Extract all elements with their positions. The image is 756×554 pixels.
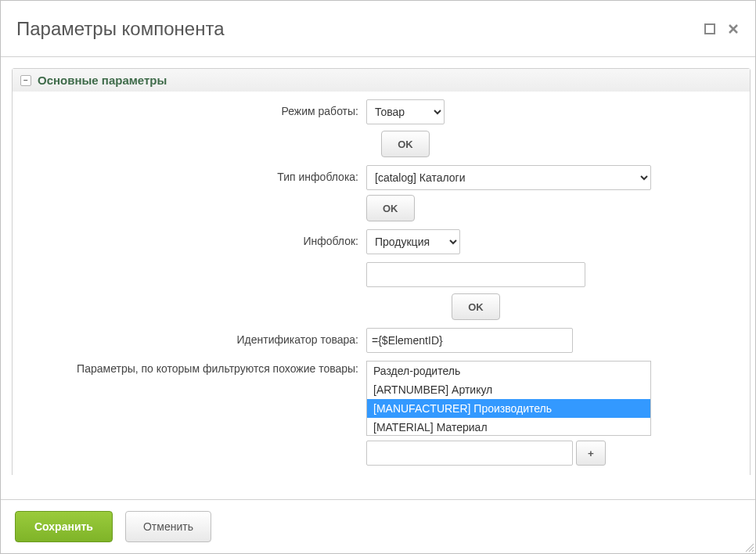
listbox-item[interactable]: [MATERIAL] Материал	[367, 418, 650, 436]
control-unlabeled: OK	[366, 262, 585, 320]
label-iblock-type: Тип инфоблока:	[22, 165, 366, 183]
collapse-icon[interactable]: −	[20, 75, 31, 86]
label-similar-filter: Параметры, по которым фильтруются похожи…	[22, 361, 366, 375]
section-basic-body: Режим работы: Товар OK Тип инфоблока:	[13, 92, 750, 475]
iblock-select[interactable]: Продукция	[366, 229, 460, 254]
listbox-item[interactable]: [ARTNUMBER] Артикул	[367, 380, 650, 399]
cancel-button[interactable]: Отменить	[125, 511, 211, 542]
dialog-footer: Сохранить Отменить	[1, 499, 755, 553]
titlebar-controls	[704, 23, 740, 35]
row-mode: Режим работы: Товар OK	[22, 99, 740, 157]
label-element-id: Идентификатор товара:	[22, 328, 366, 346]
svg-rect-0	[705, 24, 715, 34]
titlebar: Параметры компонента	[1, 1, 755, 57]
section-basic-title: Основные параметры	[38, 74, 167, 87]
control-similar-filter: Раздел-родитель[ARTNUMBER] Артикул[MANUF…	[366, 361, 651, 466]
row-element-id: Идентификатор товара:	[22, 328, 740, 353]
similar-filter-listbox[interactable]: Раздел-родитель[ARTNUMBER] Артикул[MANUF…	[366, 361, 651, 436]
control-iblock: Продукция	[366, 229, 460, 254]
unlabeled-input[interactable]	[366, 262, 585, 287]
listbox-item[interactable]: Раздел-родитель	[367, 362, 650, 380]
control-element-id	[366, 328, 573, 353]
unlabeled-ok-button[interactable]: OK	[452, 293, 500, 320]
label-mode: Режим работы:	[22, 99, 366, 117]
similar-filter-extra: +	[366, 441, 651, 466]
row-similar-filter: Параметры, по которым фильтруются похожи…	[22, 361, 740, 466]
control-iblock-type: [catalog] Каталоги OK	[366, 165, 651, 221]
mode-select[interactable]: Товар	[366, 99, 445, 124]
svg-line-5	[752, 550, 754, 552]
control-mode: Товар OK	[366, 99, 445, 157]
dialog-title: Параметры компонента	[16, 18, 704, 40]
row-iblock: Инфоблок: Продукция	[22, 229, 740, 254]
params-scroll[interactable]: − Основные параметры Режим работы: Товар…	[12, 68, 751, 475]
maximize-icon[interactable]	[704, 23, 716, 35]
save-button[interactable]: Сохранить	[15, 511, 113, 542]
element-id-input[interactable]	[366, 328, 573, 353]
iblock-type-select[interactable]: [catalog] Каталоги	[366, 165, 651, 190]
iblock-type-ok-button[interactable]: OK	[366, 195, 415, 221]
label-iblock: Инфоблок:	[22, 229, 366, 247]
section-basic: − Основные параметры Режим работы: Товар…	[12, 68, 751, 475]
resize-handle[interactable]	[743, 541, 754, 552]
section-basic-header[interactable]: − Основные параметры	[13, 69, 750, 92]
mode-ok-button[interactable]: OK	[381, 131, 430, 157]
dialog: Параметры компонента − Основные параметр…	[0, 0, 756, 554]
row-iblock-type: Тип инфоблока: [catalog] Каталоги OK	[22, 165, 740, 221]
row-unlabeled: OK	[22, 262, 740, 320]
close-icon[interactable]	[727, 23, 740, 35]
label-unlabeled	[22, 262, 366, 268]
content-area: − Основные параметры Режим работы: Товар…	[1, 57, 755, 499]
similar-filter-extra-input[interactable]	[366, 441, 573, 466]
listbox-item[interactable]: [MANUFACTURER] Производитель	[367, 399, 650, 418]
similar-filter-add-button[interactable]: +	[576, 441, 606, 466]
